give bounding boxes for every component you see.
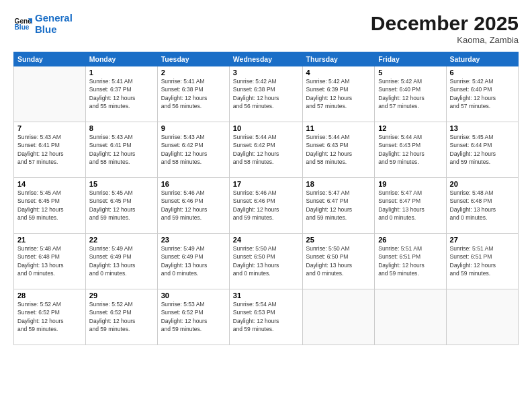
title-block: December 2025 Kaoma, Zambia (371, 12, 519, 45)
day-number: 20 (450, 180, 515, 188)
day-number: 25 (306, 236, 371, 244)
day-number: 17 (233, 180, 299, 188)
calendar-cell: 21Sunrise: 5:48 AMSunset: 6:48 PMDayligh… (14, 234, 86, 289)
day-number: 5 (378, 68, 442, 77)
cell-info: Sunrise: 5:45 AMSunset: 6:45 PMDaylight:… (89, 189, 154, 222)
calendar-header-row: SundayMondayTuesdayWednesdayThursdayFrid… (14, 52, 519, 66)
calendar-cell: 16Sunrise: 5:46 AMSunset: 6:46 PMDayligh… (157, 178, 229, 234)
calendar-cell (446, 289, 518, 345)
cell-info: Sunrise: 5:49 AMSunset: 6:49 PMDaylight:… (89, 244, 154, 277)
cell-info: Sunrise: 5:52 AMSunset: 6:52 PMDaylight:… (89, 300, 154, 333)
col-header-monday: Monday (85, 52, 157, 66)
day-number: 6 (450, 68, 515, 77)
cell-info: Sunrise: 5:46 AMSunset: 6:46 PMDaylight:… (161, 189, 226, 222)
cell-info: Sunrise: 5:43 AMSunset: 6:42 PMDaylight:… (161, 133, 226, 166)
cell-info: Sunrise: 5:54 AMSunset: 6:53 PMDaylight:… (233, 300, 299, 333)
calendar-cell: 23Sunrise: 5:49 AMSunset: 6:49 PMDayligh… (157, 234, 229, 289)
col-header-wednesday: Wednesday (229, 52, 302, 66)
cell-info: Sunrise: 5:52 AMSunset: 6:52 PMDaylight:… (17, 300, 82, 333)
cell-info: Sunrise: 5:43 AMSunset: 6:41 PMDaylight:… (17, 133, 82, 166)
calendar-cell: 19Sunrise: 5:47 AMSunset: 6:47 PMDayligh… (375, 178, 446, 234)
calendar-cell: 18Sunrise: 5:47 AMSunset: 6:47 PMDayligh… (302, 178, 375, 234)
calendar-cell (14, 66, 86, 122)
cell-info: Sunrise: 5:42 AMSunset: 6:40 PMDaylight:… (450, 77, 515, 110)
cell-info: Sunrise: 5:50 AMSunset: 6:50 PMDaylight:… (306, 244, 371, 277)
calendar-cell: 3Sunrise: 5:42 AMSunset: 6:38 PMDaylight… (229, 66, 302, 122)
calendar-cell: 8Sunrise: 5:43 AMSunset: 6:41 PMDaylight… (85, 122, 157, 178)
day-number: 8 (89, 124, 154, 132)
calendar-cell: 10Sunrise: 5:44 AMSunset: 6:42 PMDayligh… (229, 122, 302, 178)
cell-info: Sunrise: 5:47 AMSunset: 6:47 PMDaylight:… (306, 189, 371, 222)
day-number: 16 (161, 180, 226, 188)
cell-info: Sunrise: 5:50 AMSunset: 6:50 PMDaylight:… (233, 244, 299, 277)
day-number: 30 (161, 291, 226, 300)
location-subtitle: Kaoma, Zambia (371, 35, 519, 45)
cell-info: Sunrise: 5:53 AMSunset: 6:52 PMDaylight:… (161, 300, 226, 333)
calendar-cell: 12Sunrise: 5:44 AMSunset: 6:43 PMDayligh… (375, 122, 446, 178)
calendar-page: General Blue GeneralBlue December 2025 K… (0, 0, 532, 411)
calendar-cell: 20Sunrise: 5:48 AMSunset: 6:48 PMDayligh… (446, 178, 518, 234)
cell-info: Sunrise: 5:51 AMSunset: 6:51 PMDaylight:… (378, 244, 442, 277)
day-number: 7 (17, 124, 82, 132)
calendar-week-5: 28Sunrise: 5:52 AMSunset: 6:52 PMDayligh… (14, 289, 519, 345)
day-number: 15 (89, 180, 154, 188)
logo-text: GeneralBlue (35, 12, 73, 36)
cell-info: Sunrise: 5:46 AMSunset: 6:46 PMDaylight:… (233, 189, 299, 222)
day-number: 1 (89, 68, 154, 77)
calendar-cell: 13Sunrise: 5:45 AMSunset: 6:44 PMDayligh… (446, 122, 518, 178)
cell-info: Sunrise: 5:41 AMSunset: 6:38 PMDaylight:… (161, 77, 226, 110)
calendar-cell (302, 289, 375, 345)
calendar-cell: 2Sunrise: 5:41 AMSunset: 6:38 PMDaylight… (157, 66, 229, 122)
day-number: 23 (161, 236, 226, 244)
cell-info: Sunrise: 5:42 AMSunset: 6:40 PMDaylight:… (378, 77, 442, 110)
day-number: 29 (89, 291, 154, 300)
calendar-week-2: 7Sunrise: 5:43 AMSunset: 6:41 PMDaylight… (14, 122, 519, 178)
cell-info: Sunrise: 5:44 AMSunset: 6:42 PMDaylight:… (233, 133, 299, 166)
calendar-cell: 9Sunrise: 5:43 AMSunset: 6:42 PMDaylight… (157, 122, 229, 178)
calendar-cell: 11Sunrise: 5:44 AMSunset: 6:43 PMDayligh… (302, 122, 375, 178)
calendar-week-1: 1Sunrise: 5:41 AMSunset: 6:37 PMDaylight… (14, 66, 519, 122)
month-title: December 2025 (371, 12, 519, 35)
svg-text:Blue: Blue (15, 24, 30, 32)
cell-info: Sunrise: 5:45 AMSunset: 6:45 PMDaylight:… (17, 189, 82, 222)
cell-info: Sunrise: 5:41 AMSunset: 6:37 PMDaylight:… (89, 77, 154, 110)
calendar-cell: 29Sunrise: 5:52 AMSunset: 6:52 PMDayligh… (85, 289, 157, 345)
calendar-cell: 5Sunrise: 5:42 AMSunset: 6:40 PMDaylight… (375, 66, 446, 122)
col-header-saturday: Saturday (446, 52, 518, 66)
calendar-cell: 7Sunrise: 5:43 AMSunset: 6:41 PMDaylight… (14, 122, 86, 178)
calendar-cell: 17Sunrise: 5:46 AMSunset: 6:46 PMDayligh… (229, 178, 302, 234)
cell-info: Sunrise: 5:44 AMSunset: 6:43 PMDaylight:… (306, 133, 371, 166)
logo-icon: General Blue (13, 14, 32, 33)
cell-info: Sunrise: 5:49 AMSunset: 6:49 PMDaylight:… (161, 244, 226, 277)
day-number: 9 (161, 124, 226, 132)
calendar-week-3: 14Sunrise: 5:45 AMSunset: 6:45 PMDayligh… (14, 178, 519, 234)
day-number: 28 (17, 291, 82, 300)
logo: General Blue GeneralBlue (13, 12, 73, 36)
day-number: 22 (89, 236, 154, 244)
day-number: 2 (161, 68, 226, 77)
day-number: 27 (450, 236, 515, 244)
day-number: 14 (17, 180, 82, 188)
day-number: 26 (378, 236, 442, 244)
day-number: 13 (450, 124, 515, 132)
cell-info: Sunrise: 5:47 AMSunset: 6:47 PMDaylight:… (378, 189, 442, 222)
calendar-cell: 27Sunrise: 5:51 AMSunset: 6:51 PMDayligh… (446, 234, 518, 289)
day-number: 11 (306, 124, 371, 132)
calendar-cell: 28Sunrise: 5:52 AMSunset: 6:52 PMDayligh… (14, 289, 86, 345)
calendar-cell: 26Sunrise: 5:51 AMSunset: 6:51 PMDayligh… (375, 234, 446, 289)
cell-info: Sunrise: 5:45 AMSunset: 6:44 PMDaylight:… (450, 133, 515, 166)
cell-info: Sunrise: 5:43 AMSunset: 6:41 PMDaylight:… (89, 133, 154, 166)
col-header-friday: Friday (375, 52, 446, 66)
day-number: 3 (233, 68, 299, 77)
day-number: 4 (306, 68, 371, 77)
calendar-cell: 6Sunrise: 5:42 AMSunset: 6:40 PMDaylight… (446, 66, 518, 122)
day-number: 21 (17, 236, 82, 244)
calendar-cell: 31Sunrise: 5:54 AMSunset: 6:53 PMDayligh… (229, 289, 302, 345)
cell-info: Sunrise: 5:42 AMSunset: 6:38 PMDaylight:… (233, 77, 299, 110)
cell-info: Sunrise: 5:48 AMSunset: 6:48 PMDaylight:… (17, 244, 82, 277)
calendar-cell: 4Sunrise: 5:42 AMSunset: 6:39 PMDaylight… (302, 66, 375, 122)
calendar-cell: 22Sunrise: 5:49 AMSunset: 6:49 PMDayligh… (85, 234, 157, 289)
day-number: 12 (378, 124, 442, 132)
header: General Blue GeneralBlue December 2025 K… (13, 12, 519, 45)
calendar-cell: 15Sunrise: 5:45 AMSunset: 6:45 PMDayligh… (85, 178, 157, 234)
